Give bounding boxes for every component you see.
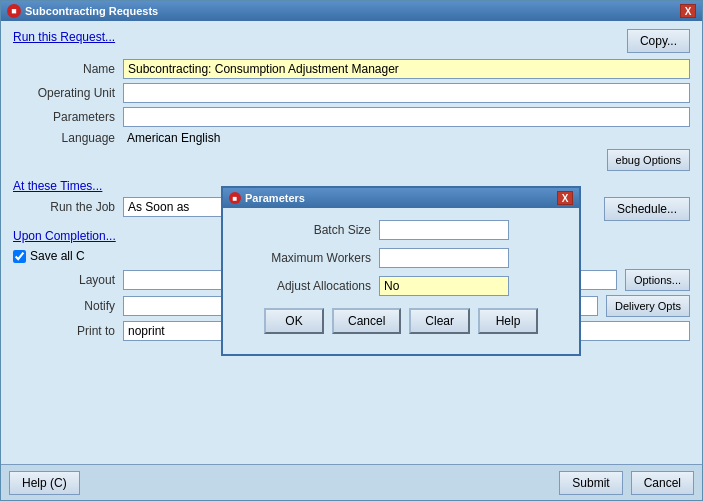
save-checkbox[interactable] xyxy=(13,250,26,263)
app-icon: ■ xyxy=(7,4,21,18)
operating-unit-row: Operating Unit xyxy=(13,83,690,103)
language-value: American English xyxy=(123,131,220,145)
batch-size-input[interactable] xyxy=(379,220,509,240)
run-job-row: Run the Job xyxy=(13,197,243,217)
language-row: Language American English xyxy=(13,131,690,145)
modal-title-bar: ■ Parameters X xyxy=(223,188,579,208)
main-window: ■ Subcontracting Requests X Run this Req… xyxy=(0,0,703,501)
debug-options-button[interactable]: ebug Options xyxy=(607,149,690,171)
name-label: Name xyxy=(13,62,123,76)
modal-content: Batch Size Maximum Workers Adjust Alloca… xyxy=(223,208,579,354)
parameters-modal: ■ Parameters X Batch Size Maximum Worker… xyxy=(221,186,581,356)
max-workers-row: Maximum Workers xyxy=(239,248,563,268)
copy-button[interactable]: Copy... xyxy=(627,29,690,53)
save-checkbox-label: Save all C xyxy=(30,249,85,263)
modal-cancel-button[interactable]: Cancel xyxy=(332,308,401,334)
schedule-button[interactable]: Schedule... xyxy=(604,197,690,221)
run-job-label: Run the Job xyxy=(13,200,123,214)
modal-ok-button[interactable]: OK xyxy=(264,308,324,334)
name-row: Name xyxy=(13,59,690,79)
parameters-row: Parameters xyxy=(13,107,690,127)
debug-options-label: ebug Options xyxy=(616,154,681,166)
adjust-alloc-row: Adjust Allocations xyxy=(239,276,563,296)
parameters-input[interactable] xyxy=(123,107,690,127)
run-request-link[interactable]: Run this Request... xyxy=(13,30,115,44)
modal-buttons: OK Cancel Clear Help xyxy=(239,308,563,342)
operating-unit-input[interactable] xyxy=(123,83,690,103)
modal-title: Parameters xyxy=(245,192,305,204)
layout-label: Layout xyxy=(13,273,123,287)
modal-clear-button[interactable]: Clear xyxy=(409,308,470,334)
modal-close-button[interactable]: X xyxy=(557,191,573,205)
notify-label: Notify xyxy=(13,299,123,313)
modal-title-left: ■ Parameters xyxy=(229,192,305,204)
max-workers-label: Maximum Workers xyxy=(239,251,379,265)
delivery-opts-button[interactable]: Delivery Opts xyxy=(606,295,690,317)
batch-size-row: Batch Size xyxy=(239,220,563,240)
title-bar: ■ Subcontracting Requests X xyxy=(1,1,702,21)
window-close-button[interactable]: X xyxy=(680,4,696,18)
print-to-label: Print to xyxy=(13,324,123,338)
language-label: Language xyxy=(13,131,123,145)
adjust-alloc-label: Adjust Allocations xyxy=(239,279,379,293)
max-workers-input[interactable] xyxy=(379,248,509,268)
main-cancel-button[interactable]: Cancel xyxy=(631,471,694,495)
modal-help-button[interactable]: Help xyxy=(478,308,538,334)
parameters-label: Parameters xyxy=(13,110,123,124)
bottom-right-buttons: Submit Cancel xyxy=(559,471,694,495)
title-bar-left: ■ Subcontracting Requests xyxy=(7,4,158,18)
window-title: Subcontracting Requests xyxy=(25,5,158,17)
operating-unit-label: Operating Unit xyxy=(13,86,123,100)
help-button[interactable]: Help (C) xyxy=(9,471,80,495)
modal-app-icon: ■ xyxy=(229,192,241,204)
batch-size-label: Batch Size xyxy=(239,223,379,237)
submit-button[interactable]: Submit xyxy=(559,471,622,495)
bottom-bar: Help (C) Submit Cancel xyxy=(1,464,702,500)
options-button[interactable]: Options... xyxy=(625,269,690,291)
adjust-alloc-input[interactable] xyxy=(379,276,509,296)
name-input[interactable] xyxy=(123,59,690,79)
